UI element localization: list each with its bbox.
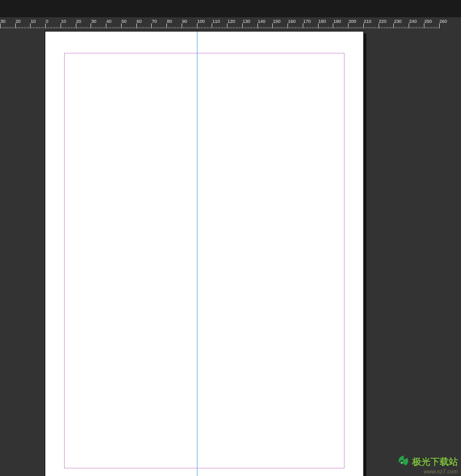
ruler-tick-label: 40 [106,19,111,24]
ruler-tick-label: 30 [1,19,6,24]
margin-frame [64,53,344,468]
ruler-tick-label: 180 [319,19,326,24]
ruler-tick-label: 10 [31,19,36,24]
vertical-guide[interactable] [197,32,197,476]
ruler-tick-label: 140 [258,19,266,24]
ruler-tick-label: 230 [394,19,401,24]
ruler-tick-label: 110 [212,19,220,24]
ruler-tick-label: 130 [243,19,250,24]
ruler-tick-label: 20 [16,19,21,24]
ruler-tick-label: 150 [273,19,280,24]
ruler-tick-label: 80 [167,19,172,24]
ruler-tick-label: 210 [364,19,371,24]
ruler-tick-label: 10 [61,19,66,24]
ruler-tick-label: 60 [137,19,142,24]
document-page[interactable] [45,32,363,476]
ruler-tick-label: 20 [76,19,81,24]
ruler-tick-label: 220 [379,19,387,24]
horizontal-ruler[interactable]: 3020100102030405060708090100110120130140… [0,17,461,28]
ruler-tick-label: 100 [197,19,205,24]
ruler-tick-label: 190 [333,19,341,24]
canvas-area[interactable] [0,28,461,476]
ruler-tick-label: 90 [182,19,187,24]
ruler-tick-label: 240 [409,19,417,24]
ruler-tick-label: 170 [303,19,311,24]
ruler-tick-label: 250 [424,19,432,24]
ruler-tick-label: 30 [91,19,96,24]
ruler-tick-label: 260 [440,19,447,24]
ruler-tick-label: 160 [288,19,296,24]
ruler-tick-label: 70 [152,19,157,24]
ruler-tick-label: 200 [349,19,356,24]
ruler-tick-label: 50 [122,19,127,24]
ruler-tick-label: 0 [46,19,48,24]
app-root: 3020100102030405060708090100110120130140… [0,0,461,476]
top-toolbar-area [0,0,461,17]
ruler-tick-label: 120 [227,19,235,24]
